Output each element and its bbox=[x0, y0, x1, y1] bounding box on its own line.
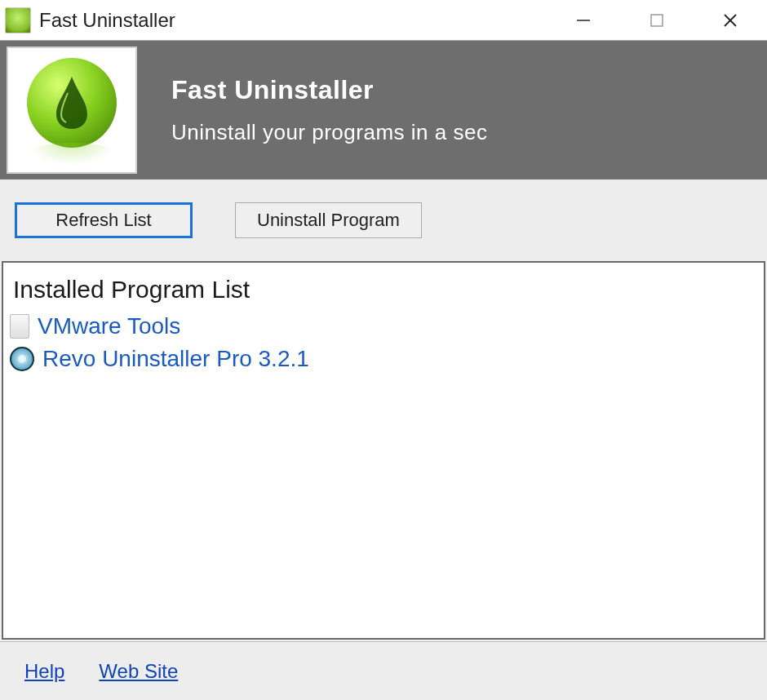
program-list: VMware Tools Revo Uninstaller Pro 3.2.1 bbox=[3, 310, 764, 375]
program-name: Revo Uninstaller Pro 3.2.1 bbox=[42, 346, 309, 372]
close-button[interactable] bbox=[694, 0, 767, 41]
refresh-list-button[interactable]: Refresh List bbox=[15, 202, 193, 238]
list-item[interactable]: Revo Uninstaller Pro 3.2.1 bbox=[10, 343, 757, 375]
drop-orb-icon bbox=[27, 58, 117, 148]
close-icon bbox=[721, 11, 739, 29]
titlebar: Fast Uninstaller bbox=[0, 0, 767, 41]
website-link[interactable]: Web Site bbox=[99, 660, 178, 683]
list-item[interactable]: VMware Tools bbox=[10, 310, 757, 343]
help-link[interactable]: Help bbox=[24, 660, 64, 683]
revo-icon bbox=[10, 347, 34, 371]
app-icon bbox=[5, 7, 31, 33]
app-logo-box bbox=[7, 47, 137, 174]
program-list-heading: Installed Program List bbox=[3, 263, 764, 310]
maximize-button[interactable] bbox=[620, 0, 694, 41]
window-controls bbox=[547, 0, 767, 40]
header-title: Fast Uninstaller bbox=[171, 75, 487, 105]
toolbar: Refresh List Uninstall Program bbox=[0, 179, 767, 261]
header-text: Fast Uninstaller Uninstall your programs… bbox=[171, 75, 487, 145]
header-subtitle: Uninstall your programs in a sec bbox=[171, 120, 487, 145]
program-name: VMware Tools bbox=[38, 313, 180, 339]
minimize-button[interactable] bbox=[547, 0, 620, 41]
maximize-icon bbox=[649, 12, 665, 29]
svg-point-4 bbox=[18, 355, 26, 363]
logo-reflection bbox=[27, 143, 117, 166]
header-banner: Fast Uninstaller Uninstall your programs… bbox=[0, 41, 767, 179]
footer: Help Web Site bbox=[0, 641, 767, 700]
document-icon bbox=[10, 314, 29, 339]
minimize-icon bbox=[574, 11, 593, 30]
svg-rect-1 bbox=[651, 15, 663, 26]
program-list-frame: Installed Program List VMware Tools Revo… bbox=[2, 261, 765, 640]
window-title: Fast Uninstaller bbox=[39, 9, 175, 32]
drop-icon bbox=[53, 75, 91, 131]
uninstall-program-button[interactable]: Uninstall Program bbox=[235, 202, 422, 238]
